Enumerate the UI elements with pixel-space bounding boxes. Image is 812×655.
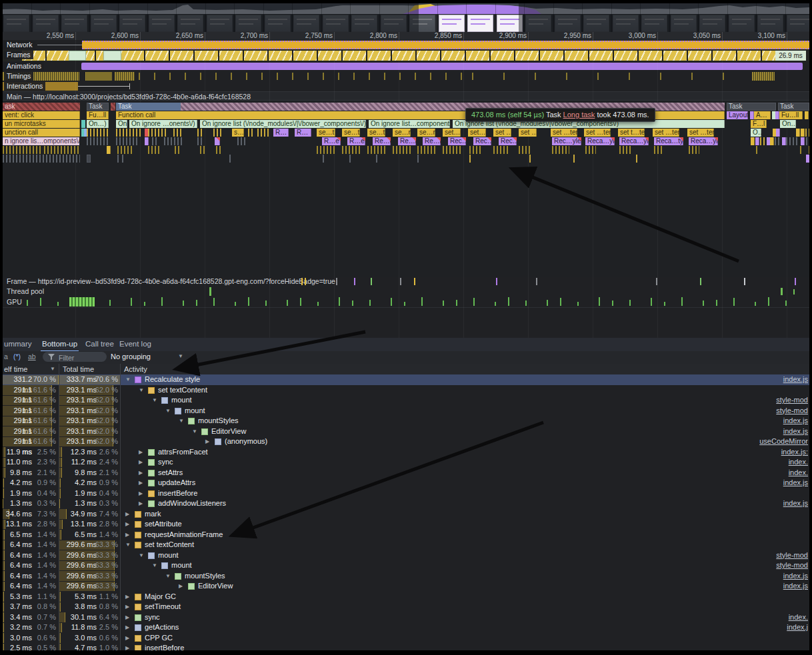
table-row[interactable]: 291.1 ms61.6 %293.1 ms62.0 %▶(anonymous)… <box>3 436 809 447</box>
flame-bar[interactable] <box>213 129 221 137</box>
animations-track-label[interactable]: Animations <box>4 62 44 71</box>
expand-closed-icon[interactable]: ▶ <box>125 592 129 602</box>
activity-label[interactable]: set textContent <box>145 540 194 550</box>
flame-bar[interactable] <box>552 146 569 154</box>
flame-bar[interactable]: Fu…ll <box>87 111 109 119</box>
expand-closed-icon[interactable]: ▶ <box>125 622 129 633</box>
regex-icon[interactable]: (*) <box>13 352 21 360</box>
table-row[interactable]: 6.4 ms1.4 %299.6 ms63.3 %▼mountstyle-mod <box>3 550 809 561</box>
flame-bar[interactable] <box>122 155 124 163</box>
activity-label[interactable]: updateAttrs <box>158 478 195 488</box>
track-frames[interactable]: 26.9 ms Frames <box>3 50 809 62</box>
table-row[interactable]: 9.8 ms2.1 %9.8 ms2.1 %▶setAttrsindex. <box>3 468 809 478</box>
flame-bar[interactable]: Reca…yle <box>619 137 649 145</box>
table-row[interactable]: 5.3 ms1.1 %5.3 ms1.1 %▶Major GC <box>3 592 809 602</box>
flame-bar[interactable] <box>805 111 809 119</box>
timings-track-label[interactable]: Timings <box>4 72 33 81</box>
expand-closed-icon[interactable]: ▶ <box>139 488 143 499</box>
activity-label[interactable]: insertBefore <box>158 488 197 499</box>
activity-label[interactable]: mountStyles <box>198 416 239 426</box>
expand-open-icon[interactable]: ▼ <box>152 560 157 571</box>
thread-pool-label[interactable]: Thread pool <box>7 287 44 297</box>
source-link[interactable]: style-mod <box>776 395 808 406</box>
frames-track-label[interactable]: Frames <box>4 51 33 59</box>
flame-bar[interactable] <box>800 146 802 154</box>
flame-bar[interactable]: ask <box>3 103 80 111</box>
flame-bar[interactable]: set …ent <box>493 129 511 137</box>
flame-bar[interactable] <box>148 129 168 137</box>
grouping-select[interactable]: No grouping <box>111 352 151 360</box>
flame-bar[interactable] <box>636 155 637 163</box>
filter-box[interactable] <box>43 352 107 362</box>
flame-bar[interactable] <box>117 155 119 163</box>
flame-bar[interactable]: set t…tent <box>618 129 645 137</box>
flame-bar[interactable] <box>317 146 335 154</box>
activity-label[interactable]: mark <box>145 509 161 520</box>
table-row[interactable]: 291.1 ms61.6 %293.1 ms62.0 %▼set textCon… <box>3 385 809 396</box>
flame-bar[interactable] <box>529 155 531 163</box>
flame-bar[interactable] <box>796 129 800 137</box>
main-thread-header[interactable]: Main — http://localhost:3000/projects/bd… <box>3 91 809 101</box>
source-link[interactable]: index. <box>789 468 808 478</box>
flame-bar[interactable]: A… <box>754 111 771 119</box>
expand-open-icon[interactable]: ▼ <box>125 540 131 550</box>
expand-open-icon[interactable]: ▼ <box>152 395 157 406</box>
source-link[interactable]: index.js <box>783 478 808 488</box>
flame-bar[interactable] <box>775 137 780 145</box>
network-track-label[interactable]: Network <box>4 41 35 49</box>
flame-bar[interactable] <box>349 155 351 163</box>
sort-descending-icon[interactable]: ▼ <box>50 364 55 374</box>
table-row[interactable]: 3.7 ms0.8 %3.8 ms0.8 %▶setTimeout <box>3 602 809 612</box>
activity-label[interactable]: insertBefore <box>145 643 184 650</box>
flame-bar[interactable] <box>229 155 231 163</box>
source-link[interactable]: index. <box>789 612 808 623</box>
animation-bar[interactable] <box>81 63 803 70</box>
tab-bottom-up[interactable]: Bottom-up <box>41 338 79 352</box>
tab-call-tree[interactable]: Call tree <box>84 338 115 350</box>
table-row[interactable]: 2.5 ms0.5 %4.7 ms1.0 %▶insertBefore <box>3 643 809 650</box>
flame-bar[interactable]: R…e <box>322 137 341 145</box>
flame-bar[interactable] <box>216 146 221 154</box>
source-link[interactable]: style-mod <box>776 550 808 561</box>
expand-open-icon[interactable]: ▼ <box>139 385 144 396</box>
flame-bar[interactable] <box>654 146 663 154</box>
table-row[interactable]: 3.0 ms0.6 %3.0 ms0.6 %▶CPP GC <box>3 633 809 644</box>
table-row[interactable]: 6.4 ms1.4 %299.6 ms63.3 %▼set textConten… <box>3 540 809 550</box>
tab-event-log[interactable]: Event log <box>118 338 153 350</box>
flame-bar[interactable]: Reca…tyle <box>654 137 683 145</box>
column-divider[interactable] <box>120 364 121 650</box>
track-gpu[interactable]: GPU <box>3 297 809 308</box>
flame-bar[interactable] <box>145 137 149 145</box>
network-requests-band[interactable] <box>82 41 809 49</box>
flame-bar[interactable] <box>756 146 758 154</box>
table-row[interactable]: 291.1 ms61.6 %293.1 ms62.0 %▼mountStyles… <box>3 416 809 426</box>
flame-bar[interactable] <box>323 155 325 163</box>
flame-bar[interactable] <box>801 137 805 145</box>
flame-bar[interactable]: F…l <box>751 120 767 128</box>
activity-label[interactable]: mountStyles <box>185 571 225 582</box>
flame-bar[interactable] <box>770 137 774 145</box>
activity-label[interactable]: mount <box>185 406 205 416</box>
chevron-down-icon[interactable]: ▼ <box>178 353 183 359</box>
expand-open-icon[interactable]: ▼ <box>192 426 197 437</box>
flame-bar[interactable] <box>367 146 386 154</box>
flame-bar[interactable] <box>148 146 161 154</box>
activity-label[interactable]: (anonymous) <box>225 436 267 447</box>
flame-bar[interactable] <box>417 155 419 163</box>
flame-bar[interactable]: set …tent <box>584 129 611 137</box>
flame-bar[interactable]: Rec…le <box>473 137 491 145</box>
expand-closed-icon[interactable]: ▶ <box>139 447 143 458</box>
flame-bar[interactable]: Task <box>778 103 809 111</box>
flame-bar[interactable]: Task <box>87 103 109 111</box>
table-row[interactable]: 6.5 ms1.4 %6.5 ms1.4 %▶requestAnimationF… <box>3 530 809 540</box>
expand-closed-icon[interactable]: ▶ <box>125 519 129 530</box>
flame-bar[interactable] <box>393 146 411 154</box>
expand-closed-icon[interactable]: ▶ <box>139 498 143 509</box>
gpu-track-label[interactable]: GPU <box>7 297 22 307</box>
table-row[interactable]: 3.2 ms0.7 %11.8 ms2.5 %▶getActionsindex.… <box>3 622 809 633</box>
expand-closed-icon[interactable]: ▶ <box>139 468 143 478</box>
flame-bar[interactable] <box>175 146 181 154</box>
long-task-link[interactable]: Long task <box>563 111 595 119</box>
flame-bar[interactable]: unction call <box>3 129 80 137</box>
flame-bar[interactable]: se…t <box>367 129 385 137</box>
